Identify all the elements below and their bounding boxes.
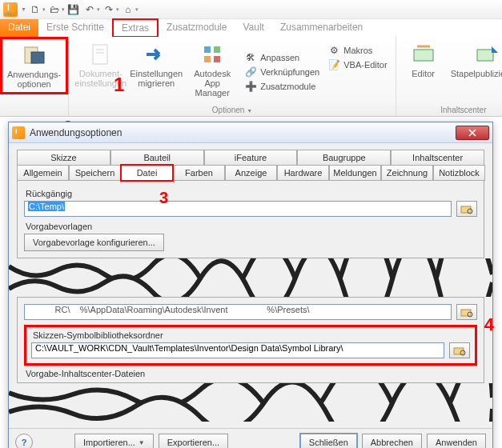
vba-editor-button[interactable]: 📝VBA-Editor [324,58,390,72]
editor-icon [411,42,436,67]
dialog-logo-icon [12,126,25,139]
dialog-titlebar[interactable]: Anwendungsoptionen [9,122,492,143]
annotation-3: 3 [159,189,168,207]
file-tab-panel: Rückgängig C:\Temp\ Vorgabevorlagen Vorg… [17,181,484,258]
content-center-group-label: Inhaltscenter [401,104,502,116]
batch-publish-button[interactable]: Stapelpublizierung [448,40,502,104]
tab-meldungen[interactable]: Meldungen [329,165,381,181]
undo-path-input[interactable]: C:\Temp\ [24,201,452,217]
tab-skizze[interactable]: Skizze [17,150,110,166]
svg-rect-15 [454,348,464,354]
dropdown-icon[interactable]: ▾ [42,6,46,13]
dialog-title: Anwendungsoptionen [30,127,122,138]
menu-tab-vault[interactable]: Vault [235,19,271,37]
tab-datei[interactable]: Datei [121,165,173,181]
anpassen-button[interactable]: 🛠Anpassen [241,50,303,65]
close-dialog-button[interactable]: Schließen [300,434,357,448]
dialog-button-row: ? Importieren...▼ Exportieren... Schließ… [9,428,492,448]
ribbon: Anwendungs- optionen 2 Dokument- einstel… [0,37,502,117]
browse-symbol-library-button[interactable] [449,342,470,358]
tab-hardware[interactable]: Hardware [277,165,329,181]
svg-rect-13 [461,310,471,316]
dropdown-icon[interactable]: ▾ [97,6,100,13]
tab-speichern[interactable]: Speichern [69,165,121,181]
menu-bar: Datei Erste Schritte Extras Zusatzmodule… [0,19,502,37]
verknuepfungen-button[interactable]: 🔗Verknüpfungen [241,65,323,79]
makros-button[interactable]: ⚙Makros [324,43,375,58]
zusatzmodule-button[interactable]: ➕Zusatzmodule [241,79,319,94]
menu-tab-datei[interactable]: Datei [0,19,38,37]
svg-rect-11 [461,206,471,213]
svg-rect-10 [477,50,493,61]
svg-rect-5 [204,46,211,53]
cancel-button[interactable]: Abbrechen [362,434,422,448]
annotation-4: 4 [484,314,494,335]
editor-label: Editor [412,69,435,78]
batch-publish-icon [474,42,500,67]
symbol-library-section: Skizzen-Symbolbibliotheksordner C:\VAULT… [24,325,477,366]
options-group-label: Optionen ▼ [74,104,390,116]
svg-rect-2 [93,45,107,64]
tab-farben[interactable]: Farben [173,165,225,181]
browse-undo-button[interactable] [456,201,477,217]
redo-icon[interactable]: ↷ [102,2,116,17]
import-button[interactable]: Importieren...▼ [74,434,154,448]
tab-bauteil[interactable]: Bauteil [110,150,204,166]
presets-path-input[interactable]: RC\ %\AppData\Roaming\Autodesk\Invent %\… [24,304,452,320]
open-icon[interactable]: 🗁 [47,2,62,17]
batch-publish-label: Stapelpublizierung [451,69,502,78]
app-options-icon [22,42,47,68]
migrate-label: Einstellungen migrieren [130,69,183,88]
links-icon: 🔗 [244,66,257,78]
svg-rect-7 [204,56,211,62]
tab-notizblock[interactable]: Notizblock [433,165,485,181]
app-options-label: Anwendungs- optionen [7,70,61,89]
menu-tab-extras[interactable]: Extras [112,18,159,38]
svg-rect-1 [31,52,44,63]
symbol-library-label: Skizzen-Symbolbibliotheksordner [33,330,470,340]
help-button[interactable]: ? [15,434,33,448]
new-icon[interactable]: 🗋 [28,2,42,17]
apply-button[interactable]: Anwenden [427,434,486,448]
svg-rect-6 [214,46,220,53]
migrate-icon [143,42,169,67]
home-icon[interactable]: ⌂ [121,2,135,17]
close-button[interactable] [456,126,489,140]
browse-icon [460,306,473,318]
dropdown-icon[interactable]: ▾ [135,6,139,13]
configure-template-button[interactable]: Vorgabevorlage konfigurieren... [24,234,164,251]
torn-edge [9,258,492,297]
save-icon[interactable]: 💾 [66,2,81,17]
browse-icon [460,203,473,214]
tab-allgemein[interactable]: Allgemein [17,165,69,181]
app-logo-icon[interactable]: PRO [3,2,18,17]
browse-icon [453,345,466,356]
application-options-button[interactable]: Anwendungs- optionen [0,37,68,94]
menu-tab-zusammenarbeiten[interactable]: Zusammenarbeiten [272,19,371,37]
tab-zeichnung[interactable]: Zeichnung [381,165,433,181]
symbol-library-path-input[interactable]: C:\VAULT_WORK\CDN_Vault\Templates\Invent… [31,342,444,358]
menu-tab-erste-schritte[interactable]: Erste Schritte [38,19,112,37]
app-manager-icon [199,42,225,67]
browse-presets-button[interactable] [456,304,477,320]
customize-icon: 🛠 [244,51,257,64]
editor-button[interactable]: Editor [401,40,446,104]
tab-strip-lower: Allgemein Speichern Datei Farben Anzeige… [17,165,484,181]
app-manager-label: Autodesk App Manager [188,69,236,98]
torn-edge [9,383,492,422]
tab-ifeature[interactable]: iFeature [204,150,298,166]
export-button[interactable]: Exportieren... [159,434,228,448]
quick-access-toolbar: PRO ▼ 🗋▾ 🗁▾ 💾 ↶▾ ↷▾ ⌂▾ [0,0,502,19]
dropdown-icon[interactable]: ▾ [62,6,65,13]
addin-icon: ➕ [244,80,257,93]
menu-tab-zusatzmodule[interactable]: Zusatzmodule [159,19,235,37]
tab-anzeige[interactable]: Anzeige [225,165,277,181]
tab-inhaltscenter[interactable]: Inhaltscenter [391,150,484,166]
app-menu-dropdown-icon[interactable]: ▼ [21,6,26,12]
file-tab-panel-mid: RC\ %\AppData\Roaming\Autodesk\Invent %\… [17,297,484,383]
migrate-settings-button[interactable]: Einstellungen migrieren [129,40,183,104]
dropdown-icon[interactable]: ▾ [116,6,119,13]
tab-baugruppe[interactable]: Baugruppe [297,150,391,166]
app-manager-button[interactable]: Autodesk App Manager [185,40,239,104]
undo-icon[interactable]: ↶ [82,2,97,17]
